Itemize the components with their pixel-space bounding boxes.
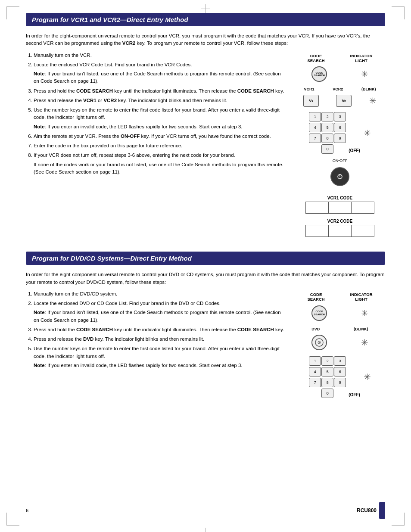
vcr2-code-cell-1 (306, 225, 329, 236)
dvd-off-label: (OFF) (349, 392, 360, 398)
vcr-buttons-row: V₁ V₂ ✳ (295, 95, 385, 107)
dvd-code-search-label-item: CODESEARCH (307, 292, 324, 302)
dvd-indicator-light-label: INDICATORLIGHT (350, 292, 373, 302)
num-5: 5 (321, 123, 333, 132)
dvd-buttons-row: ✳ (295, 335, 385, 350)
vcr-code-search-label: CODESEARCH (307, 53, 324, 63)
num-8: 8 (321, 134, 333, 143)
vcr-left-col: Manually turn on the VCR. Locate the enc… (26, 52, 286, 239)
vcr1-button: V₁ (303, 95, 319, 107)
vcr-step-7: Enter the code in the box provided on th… (34, 142, 286, 149)
corner-mark-br (392, 513, 405, 526)
page-footer: 6 RCU800 (26, 502, 385, 519)
dvd-left-col: Manually turn on the DVD/CD system. Loca… (26, 290, 286, 399)
dvd-intro: In order for the eight-component univers… (26, 271, 385, 286)
vcr-onoff-item: ON•OFF (330, 159, 349, 189)
vcr-section-body: Manually turn on the VCR. Locate the enc… (26, 52, 385, 239)
dvd-step-2: Locate the enclosed DVD or CD Code List.… (34, 300, 286, 324)
blink-label: (BLINK) (361, 87, 376, 91)
dvd-num-0: 0 (321, 389, 333, 398)
vcr1-code-cell-3 (352, 202, 374, 213)
vcr2-code-cell-3 (352, 225, 374, 236)
vcr2-code-cell-2 (329, 225, 352, 236)
num-1: 1 (309, 112, 321, 121)
dvd-num-9: 9 (334, 378, 346, 387)
vcr-section: Program for VCR1 and VCR2—Direct Entry M… (26, 13, 385, 239)
dvd-step-1: Manually turn on the DVD/CD system. (34, 290, 286, 298)
dvd-dvd-label: DVD (311, 327, 320, 331)
dvd-section: Program for DVD/CD Systems—Direct Entry … (26, 252, 385, 399)
vcr-diagram-top-labels: CODESEARCH INDICATORLIGHT (295, 53, 385, 63)
vcr-section-header: Program for VCR1 and VCR2—Direct Entry M… (26, 13, 385, 26)
corner-mark-tl (6, 6, 19, 19)
dvd-step-5: Use the number keys on the remote to ent… (34, 345, 286, 369)
vcr2-code-label: VCR2 CODE (295, 219, 385, 224)
dvd-num-2: 2 (321, 356, 333, 366)
dvd-code-search-btn-item: CODESEARCH (311, 305, 327, 321)
vcr-steps-list: Manually turn on the VCR. Locate the enc… (26, 52, 286, 176)
page-number: 6 (26, 508, 28, 513)
vcr-indicator-light-label-item: INDICATORLIGHT (350, 53, 373, 63)
product-code: RCU800 (357, 507, 377, 513)
vcr-code-search-button: CODESEARCH (311, 66, 327, 82)
vcr-onoff-text-label: ON•OFF (333, 159, 348, 163)
num-3: 3 (334, 112, 346, 121)
vcr1-code-label: VCR1 CODE (295, 196, 385, 200)
vcr1-code-cell-2 (329, 202, 352, 213)
dvd-section-body: Manually turn on the DVD/CD system. Loca… (26, 290, 385, 399)
num-4: 4 (309, 123, 321, 132)
dvd-num-1: 1 (309, 356, 321, 366)
vcr2-label: VCR2 (333, 87, 343, 91)
vcr-note-5: Note: If you enter an invalid code, the … (34, 123, 286, 131)
vcr2-code-box-container: VCR2 CODE (295, 219, 385, 237)
dvd-code-search-button: CODESEARCH (311, 305, 327, 321)
vcr-off-sunburst-icon: ✳ (364, 128, 371, 138)
dvd-section-header: Program for DVD/CD Systems—Direct Entry … (26, 252, 385, 265)
footer-right: RCU800 (357, 502, 385, 519)
dvd-numpad-row: 1 2 3 4 5 6 7 8 9 0 (OFF) ✳ (309, 356, 371, 398)
vcr1-code-cell-1 (306, 202, 329, 213)
dvd-num-4: 4 (309, 367, 321, 376)
vcr2-code-box (305, 225, 374, 237)
num-2: 2 (321, 112, 333, 121)
power-icon (337, 174, 343, 180)
vcr-off-label: (OFF) (349, 148, 360, 154)
vcr-step-6: Aim the remote at your VCR. Press the ON… (34, 133, 286, 140)
vcr-indicator-light-label: INDICATORLIGHT (350, 53, 373, 63)
vcr-step-8: If your VCR does not turn off, repeat st… (34, 152, 286, 176)
dvd-note-2: Note: If your brand isn't listed, use on… (34, 309, 286, 324)
vcr-intro: In order for the eight-component univers… (26, 32, 385, 47)
vcr-diagram-btn-row: CODESEARCH ✳ (295, 66, 385, 82)
vcr1-code-box (305, 202, 374, 214)
dvd-num-8: 8 (321, 378, 333, 387)
dvd-diagram-btn-row: CODESEARCH ✳ (295, 305, 385, 321)
dvd-sunburst-icon: ✳ (361, 308, 368, 318)
dvd-diagram-top-labels: CODESEARCH INDICATORLIGHT (295, 292, 385, 302)
num-6: 6 (334, 123, 346, 132)
vcr-blink-icon: ✳ (369, 96, 377, 106)
dvd-num-5: 5 (321, 367, 333, 376)
vcr-final-note: If none of the codes work or your brand … (34, 161, 286, 176)
svg-point-4 (319, 342, 320, 343)
dvd-off-sunburst-icon: ✳ (364, 372, 371, 382)
dvd-right-col: CODESEARCH INDICATORLIGHT CODESEARCH ✳ (295, 290, 385, 399)
dvd-indicator-light-label-item: INDICATORLIGHT (350, 292, 373, 302)
vcr-note-2: Note: If your brand isn't listed, use on… (34, 70, 286, 85)
dvd-num-7: 7 (309, 378, 321, 387)
vcr-step-4: Press and release the VCR1 or VCR2 key. … (34, 97, 286, 104)
vcr-code-search-label-item: CODESEARCH (307, 53, 324, 63)
vcr-right-col: CODESEARCH INDICATORLIGHT CODESEARCH ✳ (295, 52, 385, 239)
dvd-num-3: 3 (334, 356, 346, 366)
dvd-step-3: Press and hold the CODE SEARCH key until… (34, 326, 286, 333)
vcr-numpad-row: 1 2 3 4 5 6 7 8 9 0 (OFF) ✳ (309, 112, 371, 154)
dvd-numpad: 1 2 3 4 5 6 7 8 9 0 (309, 356, 345, 398)
dvd-step-4: Press and release the DVD key. The indic… (34, 336, 286, 343)
num-0: 0 (321, 144, 333, 154)
vcr1-code-box-container: VCR1 CODE (295, 196, 385, 214)
dvd-steps-list: Manually turn on the DVD/CD system. Loca… (26, 290, 286, 369)
dvd-sunburst-item: ✳ (361, 308, 368, 318)
vcr-sunburst-icon: ✳ (361, 69, 368, 79)
dvd-button (311, 335, 327, 350)
vcr-step-3: Press and hold the CODE SEARCH key until… (34, 87, 286, 95)
vcr-sunburst-item: ✳ (361, 69, 368, 79)
